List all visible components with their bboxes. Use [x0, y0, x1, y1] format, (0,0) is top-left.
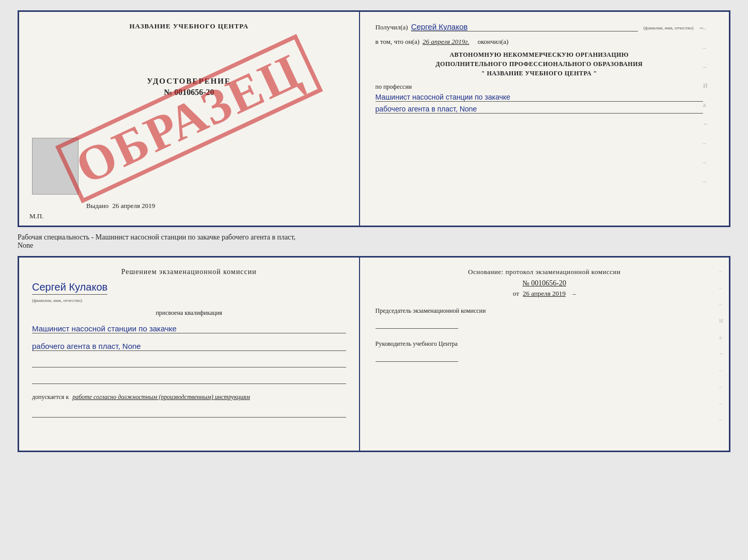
- description-text1: Рабочая специальность - Машинист насосно…: [18, 233, 730, 242]
- top-doc-right: Получил(а) Сергей Кулаков (фамилия, имя,…: [360, 12, 729, 226]
- in-that-row: в том, что он(а) 26 апреля 2019г. окончи…: [376, 38, 703, 46]
- cert-title-block: УДОСТОВЕРЕНИЕ № 0010656-20: [147, 77, 231, 97]
- qual-value1: Машинист насосной станции по закачке: [32, 324, 346, 333]
- bottom-document: Решением экзаменационной комиссии Сергей…: [18, 256, 730, 452]
- admits-value: работе согласно должностным (производств…: [72, 393, 250, 401]
- bottom-doc-left: Решением экзаменационной комиссии Сергей…: [19, 258, 360, 451]
- qual-value2: рабочего агента в пласт, None: [32, 342, 346, 351]
- chairman-label: Председатель экзаменационной комиссии: [376, 306, 713, 315]
- in-that-date: 26 апреля 2019г.: [423, 38, 469, 46]
- bottom-name-subtitle: (фамилия, имя, отчество): [32, 298, 82, 303]
- photo-placeholder: [32, 138, 79, 195]
- mp-label: М.П.: [29, 212, 43, 220]
- basis-title: Основание: протокол экзаменационной коми…: [376, 268, 713, 276]
- in-that-label: в том, что он(а): [376, 38, 420, 46]
- cert-number: № 0010656-20: [147, 88, 231, 97]
- underline1: [32, 358, 346, 367]
- head-block: Руководитель учебного Центра: [376, 339, 713, 362]
- issued-date-line: Выдано 26 апреля 2019: [86, 202, 155, 210]
- underline3: [32, 408, 346, 418]
- obrazets-stamp: ОБРАЗЕЦ: [55, 34, 323, 203]
- bottom-doc-right: Основание: протокол экзаменационной коми…: [360, 258, 729, 451]
- top-right-dashes-col: – – – И а ← – – –: [703, 22, 713, 185]
- chairman-block: Председатель экзаменационной комиссии: [376, 306, 713, 329]
- bottom-right-main: Основание: протокол экзаменационной коми…: [376, 268, 713, 362]
- received-label: Получил(а): [376, 23, 408, 31]
- prof-value2: рабочего агента в пласт, None: [376, 105, 703, 114]
- underline2: [32, 375, 346, 384]
- org-line1: АВТОНОМНУЮ НЕКОММЕРЧЕСКУЮ ОРГАНИЗАЦИЮ: [376, 50, 703, 59]
- top-document: НАЗВАНИЕ УЧЕБНОГО ЦЕНТРА ОБРАЗЕЦ УДОСТОВ…: [18, 10, 730, 227]
- org-line2: ДОПОЛНИТЕЛЬНОГО ПРОФЕССИОНАЛЬНОГО ОБРАЗО…: [376, 59, 703, 69]
- protocol-date-value: 26 апреля 2019: [523, 290, 566, 297]
- bottom-right-dashes-col: – – – И а ← – – – –: [719, 268, 725, 423]
- admits-label-text: допускается к: [32, 393, 69, 401]
- assigned-label: присвоена квалификация: [32, 309, 346, 317]
- document-container: НАЗВАНИЕ УЧЕБНОГО ЦЕНТРА ОБРАЗЕЦ УДОСТОВ…: [18, 10, 730, 452]
- bottom-right-inner: Основание: протокол экзаменационной коми…: [376, 268, 713, 362]
- name-subtitle: (фамилия, имя, отчество): [643, 25, 693, 30]
- head-signature-line: [376, 351, 458, 362]
- top-right-main: Получил(а) Сергей Кулаков (фамилия, имя,…: [376, 22, 703, 185]
- top-left-center-title: НАЗВАНИЕ УЧЕБНОГО ЦЕНТРА: [129, 22, 248, 30]
- protocol-date-pre: от: [513, 290, 519, 297]
- profession-block: по профессии Машинист насосной станции п…: [376, 83, 703, 114]
- prof-value1: Машинист насосной станции по закачке: [376, 93, 703, 102]
- top-doc-left: НАЗВАНИЕ УЧЕБНОГО ЦЕНТРА ОБРАЗЕЦ УДОСТОВ…: [19, 12, 360, 226]
- decision-title: Решением экзаменационной комиссии: [32, 268, 346, 276]
- top-right-section: Получил(а) Сергей Кулаков (фамилия, имя,…: [376, 22, 713, 185]
- description-text2: None: [18, 242, 730, 250]
- description-line: Рабочая специальность - Машинист насосно…: [18, 231, 730, 252]
- chairman-signature-line: [376, 318, 458, 329]
- issued-date: 26 апреля 2019: [113, 202, 155, 210]
- cert-title: УДОСТОВЕРЕНИЕ: [147, 77, 231, 86]
- admits-block: допускается к работе согласно должностны…: [32, 393, 346, 401]
- protocol-dash: –: [572, 290, 576, 297]
- bottom-person-name: Сергей Кулаков: [32, 281, 107, 295]
- received-name: Сергей Кулаков: [411, 22, 638, 31]
- prof-label: по профессии: [376, 83, 703, 91]
- org-block: АВТОНОМНУЮ НЕКОММЕРЧЕСКУЮ ОРГАНИЗАЦИЮ ДО…: [376, 50, 703, 78]
- org-line3: " НАЗВАНИЕ УЧЕБНОГО ЦЕНТРА ": [376, 69, 703, 78]
- received-row: Получил(а) Сергей Кулаков (фамилия, имя,…: [376, 22, 703, 31]
- protocol-date-row: от 26 апреля 2019 –: [376, 290, 713, 298]
- issued-label: Выдано: [86, 202, 108, 210]
- head-label: Руководитель учебного Центра: [376, 339, 713, 348]
- protocol-number: № 0010656-20: [376, 279, 713, 287]
- finished-label: окончил(а): [477, 38, 508, 46]
- bottom-person-name-block: Сергей Кулаков (фамилия, имя, отчество): [32, 281, 346, 304]
